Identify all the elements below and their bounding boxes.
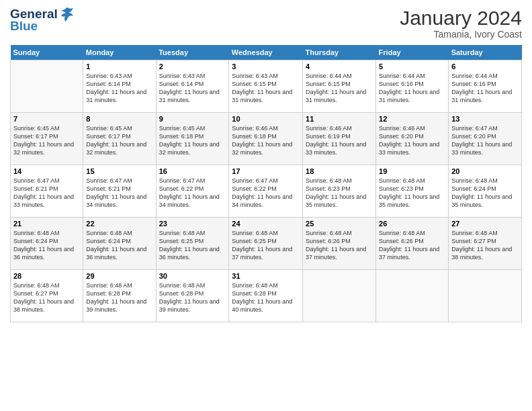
header-cell-tuesday: Tuesday: [156, 45, 229, 60]
day-info: Sunrise: 6:45 AMSunset: 6:17 PMDaylight:…: [86, 124, 152, 157]
day-info: Sunrise: 6:48 AMSunset: 6:28 PMDaylight:…: [86, 281, 152, 314]
week-row-4: 21Sunrise: 6:48 AMSunset: 6:24 PMDayligh…: [11, 218, 522, 270]
header-cell-saturday: Saturday: [449, 45, 522, 60]
day-number: 14: [13, 167, 80, 175]
day-info: Sunrise: 6:46 AMSunset: 6:18 PMDaylight:…: [232, 124, 300, 157]
week-row-2: 7Sunrise: 6:45 AMSunset: 6:17 PMDaylight…: [11, 113, 522, 165]
day-cell: 29Sunrise: 6:48 AMSunset: 6:28 PMDayligh…: [83, 270, 156, 322]
day-cell: 5Sunrise: 6:44 AMSunset: 6:16 PMDaylight…: [376, 60, 449, 113]
day-info: Sunrise: 6:48 AMSunset: 6:25 PMDaylight:…: [159, 229, 226, 262]
day-number: 8: [86, 115, 152, 123]
header: General Blue January 2024 Tamania, Ivory…: [10, 7, 522, 40]
day-number: 3: [232, 62, 300, 71]
day-number: 20: [451, 167, 519, 175]
day-number: 15: [86, 167, 152, 175]
day-cell: 31Sunrise: 6:48 AMSunset: 6:28 PMDayligh…: [229, 270, 303, 322]
logo: General Blue: [10, 7, 75, 34]
logo-brand: General Blue: [10, 7, 75, 34]
day-info: Sunrise: 6:45 AMSunset: 6:17 PMDaylight:…: [13, 124, 80, 157]
day-info: Sunrise: 6:48 AMSunset: 6:28 PMDaylight:…: [159, 281, 226, 314]
day-cell: 24Sunrise: 6:48 AMSunset: 6:25 PMDayligh…: [229, 218, 303, 270]
header-cell-monday: Monday: [83, 45, 156, 60]
day-cell: 9Sunrise: 6:45 AMSunset: 6:18 PMDaylight…: [156, 113, 229, 165]
day-cell: [11, 60, 83, 113]
day-cell: 22Sunrise: 6:48 AMSunset: 6:24 PMDayligh…: [83, 218, 156, 270]
day-number: 6: [451, 62, 519, 71]
header-cell-thursday: Thursday: [303, 45, 376, 60]
day-cell: 17Sunrise: 6:47 AMSunset: 6:22 PMDayligh…: [229, 165, 303, 218]
day-cell: 6Sunrise: 6:44 AMSunset: 6:16 PMDaylight…: [449, 60, 522, 113]
day-cell: [303, 270, 376, 322]
day-number: 19: [379, 167, 445, 175]
header-cell-friday: Friday: [376, 45, 449, 60]
title-area: January 2024 Tamania, Ivory Coast: [400, 7, 522, 40]
day-info: Sunrise: 6:48 AMSunset: 6:27 PMDaylight:…: [451, 229, 519, 262]
day-cell: 4Sunrise: 6:44 AMSunset: 6:15 PMDaylight…: [303, 60, 376, 113]
day-number: 2: [159, 62, 226, 71]
day-number: 22: [86, 220, 152, 228]
day-info: Sunrise: 6:43 AMSunset: 6:14 PMDaylight:…: [86, 72, 152, 105]
day-number: 24: [232, 220, 300, 228]
day-info: Sunrise: 6:48 AMSunset: 6:24 PMDaylight:…: [86, 229, 152, 262]
day-number: 21: [13, 220, 80, 228]
day-cell: 2Sunrise: 6:43 AMSunset: 6:14 PMDaylight…: [156, 60, 229, 113]
day-number: 9: [159, 115, 226, 123]
day-cell: 3Sunrise: 6:43 AMSunset: 6:15 PMDaylight…: [229, 60, 303, 113]
day-cell: 15Sunrise: 6:47 AMSunset: 6:21 PMDayligh…: [83, 165, 156, 218]
day-number: 1: [86, 62, 152, 71]
day-number: 7: [13, 115, 80, 123]
day-number: 27: [451, 220, 519, 228]
day-cell: 10Sunrise: 6:46 AMSunset: 6:18 PMDayligh…: [229, 113, 303, 165]
day-info: Sunrise: 6:47 AMSunset: 6:21 PMDaylight:…: [13, 177, 80, 210]
header-row: SundayMondayTuesdayWednesdayThursdayFrid…: [11, 45, 522, 60]
day-number: 4: [306, 62, 373, 71]
day-number: 11: [306, 115, 373, 123]
week-row-5: 28Sunrise: 6:48 AMSunset: 6:27 PMDayligh…: [11, 270, 522, 322]
day-info: Sunrise: 6:48 AMSunset: 6:23 PMDaylight:…: [306, 177, 373, 210]
day-cell: 11Sunrise: 6:46 AMSunset: 6:19 PMDayligh…: [303, 113, 376, 165]
day-cell: 8Sunrise: 6:45 AMSunset: 6:17 PMDaylight…: [83, 113, 156, 165]
day-info: Sunrise: 6:45 AMSunset: 6:18 PMDaylight:…: [159, 124, 226, 157]
day-number: 23: [159, 220, 226, 228]
day-cell: 27Sunrise: 6:48 AMSunset: 6:27 PMDayligh…: [449, 218, 522, 270]
day-info: Sunrise: 6:44 AMSunset: 6:16 PMDaylight:…: [451, 72, 519, 105]
day-cell: 7Sunrise: 6:45 AMSunset: 6:17 PMDaylight…: [11, 113, 83, 165]
day-cell: [376, 270, 449, 322]
day-info: Sunrise: 6:44 AMSunset: 6:16 PMDaylight:…: [379, 72, 445, 105]
day-cell: 23Sunrise: 6:48 AMSunset: 6:25 PMDayligh…: [156, 218, 229, 270]
day-cell: 21Sunrise: 6:48 AMSunset: 6:24 PMDayligh…: [11, 218, 83, 270]
week-row-3: 14Sunrise: 6:47 AMSunset: 6:21 PMDayligh…: [11, 165, 522, 218]
main-title: January 2024: [400, 7, 522, 29]
day-number: 25: [306, 220, 373, 228]
day-cell: 13Sunrise: 6:47 AMSunset: 6:20 PMDayligh…: [449, 113, 522, 165]
logo-bird-icon: [60, 7, 75, 21]
day-info: Sunrise: 6:48 AMSunset: 6:28 PMDaylight:…: [232, 281, 300, 314]
day-info: Sunrise: 6:47 AMSunset: 6:20 PMDaylight:…: [451, 124, 519, 157]
day-info: Sunrise: 6:48 AMSunset: 6:23 PMDaylight:…: [379, 177, 445, 210]
day-cell: 18Sunrise: 6:48 AMSunset: 6:23 PMDayligh…: [303, 165, 376, 218]
sub-title: Tamania, Ivory Coast: [400, 29, 522, 40]
day-cell: 30Sunrise: 6:48 AMSunset: 6:28 PMDayligh…: [156, 270, 229, 322]
day-cell: 26Sunrise: 6:48 AMSunset: 6:26 PMDayligh…: [376, 218, 449, 270]
day-number: 12: [379, 115, 445, 123]
day-cell: 28Sunrise: 6:48 AMSunset: 6:27 PMDayligh…: [11, 270, 83, 322]
day-info: Sunrise: 6:47 AMSunset: 6:21 PMDaylight:…: [86, 177, 152, 210]
day-number: 26: [379, 220, 445, 228]
logo-blue-text: Blue: [10, 19, 38, 34]
day-cell: 20Sunrise: 6:48 AMSunset: 6:24 PMDayligh…: [449, 165, 522, 218]
day-number: 13: [451, 115, 519, 123]
day-number: 18: [306, 167, 373, 175]
header-cell-wednesday: Wednesday: [229, 45, 303, 60]
day-number: 29: [86, 272, 152, 280]
day-number: 30: [159, 272, 226, 280]
day-info: Sunrise: 6:48 AMSunset: 6:24 PMDaylight:…: [13, 229, 80, 262]
day-number: 28: [13, 272, 80, 280]
day-cell: 16Sunrise: 6:47 AMSunset: 6:22 PMDayligh…: [156, 165, 229, 218]
day-info: Sunrise: 6:48 AMSunset: 6:25 PMDaylight:…: [232, 229, 300, 262]
calendar-table: SundayMondayTuesdayWednesdayThursdayFrid…: [10, 45, 522, 322]
day-info: Sunrise: 6:43 AMSunset: 6:15 PMDaylight:…: [232, 72, 300, 105]
day-info: Sunrise: 6:43 AMSunset: 6:14 PMDaylight:…: [159, 72, 226, 105]
day-cell: [449, 270, 522, 322]
day-info: Sunrise: 6:48 AMSunset: 6:26 PMDaylight:…: [306, 229, 373, 262]
week-row-1: 1Sunrise: 6:43 AMSunset: 6:14 PMDaylight…: [11, 60, 522, 113]
